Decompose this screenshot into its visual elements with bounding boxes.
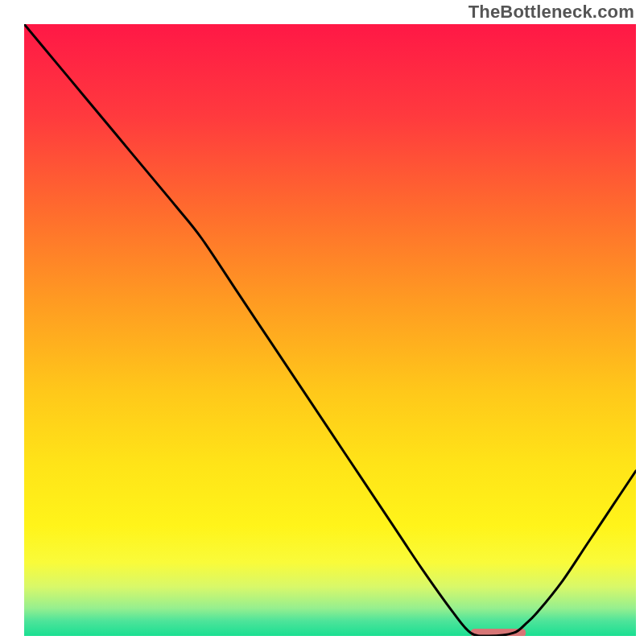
plot-area xyxy=(24,24,636,636)
chart-container: TheBottleneck.com xyxy=(0,0,644,644)
watermark-text: TheBottleneck.com xyxy=(469,2,634,23)
chart-svg xyxy=(24,24,636,636)
gradient-background xyxy=(24,24,636,636)
